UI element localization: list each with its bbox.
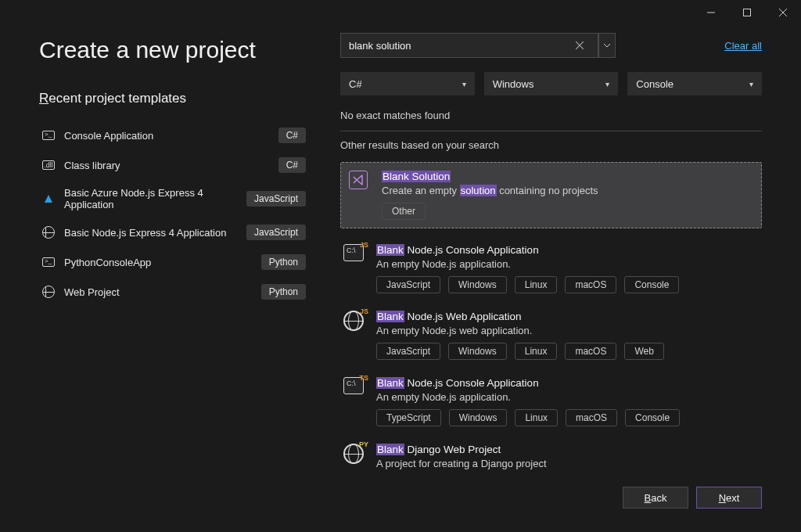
template-tag: Linux <box>515 409 558 426</box>
project-template-item[interactable]: Blank Solution Create an empty solution … <box>340 162 762 228</box>
language-tag: Python <box>261 284 306 300</box>
template-tag: JavaScript <box>376 276 440 293</box>
template-tag: Windows <box>449 409 508 426</box>
template-tag: Web <box>624 343 663 360</box>
template-tag: JavaScript <box>376 343 440 360</box>
minimize-button[interactable] <box>693 0 729 25</box>
template-title: Blank Solution <box>382 171 753 182</box>
chevron-down-icon: ▾ <box>462 80 466 88</box>
filter-dropdown[interactable]: C# ▾ <box>340 72 475 95</box>
recent-template-item[interactable]: .dll Class library C# <box>39 152 309 178</box>
back-button[interactable]: Back <box>623 487 688 509</box>
console-icon <box>42 256 55 268</box>
globe-icon <box>42 226 55 239</box>
filter-label: C# <box>349 78 362 90</box>
recent-template-item[interactable]: Console Application C# <box>39 122 309 149</box>
search-input[interactable] <box>340 33 598 58</box>
template-title: Blank Node.js Console Application <box>376 244 759 256</box>
js-badge-icon: JS <box>360 307 368 315</box>
recent-heading: Recent project templates <box>39 91 309 106</box>
template-tags: TypeScriptWindowsLinuxmacOSConsole <box>376 409 759 426</box>
template-tag: Windows <box>448 343 507 360</box>
recent-item-label: Console Application <box>64 130 269 142</box>
recent-item-label: Basic Azure Node.js Express 4 Applicatio… <box>64 187 237 210</box>
recent-template-item[interactable]: Web Project Python <box>39 279 309 305</box>
recent-item-label: Class library <box>64 160 269 171</box>
project-template-item[interactable]: PY Blank Django Web Project A project fo… <box>340 442 762 477</box>
template-tags: JavaScriptWindowsLinuxmacOSConsole <box>376 276 759 293</box>
language-tag: JavaScript <box>246 225 306 240</box>
template-tag: macOS <box>565 276 616 293</box>
recent-item-label: Web Project <box>64 286 252 298</box>
template-title: Blank Django Web Project <box>376 444 759 455</box>
console-icon <box>42 129 55 142</box>
maximize-button[interactable] <box>729 0 765 25</box>
results-subheader: Other results based on your search <box>340 139 762 151</box>
next-button[interactable]: Next <box>696 487 762 509</box>
clear-all-link[interactable]: Clear all <box>724 40 762 52</box>
template-tag: macOS <box>565 343 616 360</box>
template-tag: Other <box>382 203 426 220</box>
filter-label: Windows <box>493 78 534 90</box>
chevron-down-icon: ▾ <box>749 80 753 88</box>
template-tag: Linux <box>515 343 558 360</box>
project-template-item[interactable]: JS Blank Node.js Web Application An empt… <box>340 309 762 361</box>
template-tag: TypeScript <box>376 409 441 426</box>
globe-icon <box>42 286 55 298</box>
filter-dropdown[interactable]: Console ▾ <box>627 72 762 95</box>
clear-search-button[interactable] <box>570 33 589 58</box>
status-message: No exact matches found <box>340 110 762 121</box>
template-title: Blank Node.js Web Application <box>376 311 759 322</box>
svg-rect-0 <box>744 9 751 16</box>
language-tag: C# <box>278 128 306 143</box>
filter-dropdown[interactable]: Windows ▾ <box>484 72 619 95</box>
recent-template-item[interactable]: PythonConsoleApp Python <box>39 249 309 275</box>
template-description: A project for creating a Django project <box>376 458 759 469</box>
template-description: An empty Node.js application. <box>376 391 759 403</box>
project-template-item[interactable]: TS Blank Node.js Console Application An … <box>340 376 762 428</box>
project-template-item[interactable]: JS Blank Node.js Console Application An … <box>340 243 762 295</box>
azure-icon <box>42 192 55 205</box>
language-tag: Python <box>261 254 306 270</box>
divider <box>340 131 762 131</box>
template-tag: Windows <box>448 276 507 293</box>
template-tags: JavaScriptWindowsLinuxmacOSWeb <box>376 343 759 360</box>
recent-template-item[interactable]: Basic Node.js Express 4 Application Java… <box>39 219 309 246</box>
recent-item-label: Basic Node.js Express 4 Application <box>64 227 237 239</box>
language-tag: C# <box>278 157 306 173</box>
template-description: An empty Node.js web application. <box>376 325 759 336</box>
search-dropdown-button[interactable] <box>598 33 616 58</box>
visual-studio-icon <box>349 171 368 189</box>
template-tag: Console <box>625 409 680 426</box>
py-badge-icon: PY <box>359 440 368 448</box>
language-tag: JavaScript <box>246 191 306 207</box>
page-title: Create a new project <box>39 37 309 63</box>
dll-icon: .dll <box>42 159 55 171</box>
js-badge-icon: JS <box>360 241 368 249</box>
recent-template-item[interactable]: Basic Azure Node.js Express 4 Applicatio… <box>39 182 309 216</box>
template-tags: Other <box>382 203 753 220</box>
template-description: An empty Node.js application. <box>376 258 759 270</box>
template-title: Blank Node.js Console Application <box>376 377 759 389</box>
titlebar <box>0 0 801 25</box>
recent-item-label: PythonConsoleApp <box>64 257 252 268</box>
filter-label: Console <box>636 78 673 90</box>
chevron-down-icon: ▾ <box>605 80 609 88</box>
template-tag: Console <box>624 276 679 293</box>
close-button[interactable] <box>765 0 801 25</box>
template-tag: macOS <box>566 409 617 426</box>
template-tag: Linux <box>515 276 558 293</box>
ts-badge-icon: TS <box>359 374 368 382</box>
template-description: Create an empty solution containing no p… <box>382 185 753 196</box>
